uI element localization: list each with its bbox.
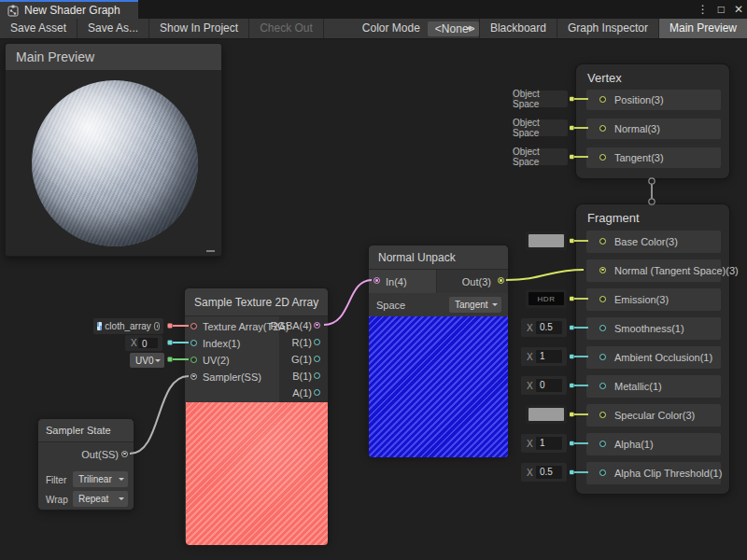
input-port-emission[interactable] bbox=[599, 296, 606, 302]
fragment-row-metallic[interactable]: Metallic(1) bbox=[586, 375, 721, 398]
input-port-index[interactable] bbox=[190, 340, 197, 346]
input-row-index[interactable]: Index(1) bbox=[185, 335, 278, 352]
value-input[interactable]: 1 bbox=[536, 437, 562, 450]
value-input[interactable]: 0.5 bbox=[536, 466, 562, 479]
node-sampler-state[interactable]: Sampler State Out(SS) Filter Trilinear W… bbox=[37, 418, 134, 511]
emission-hdr-swatch[interactable]: HDR bbox=[526, 289, 567, 308]
in-cell[interactable]: In(4) bbox=[369, 270, 437, 293]
output-port-r[interactable] bbox=[314, 339, 320, 345]
kebab-menu-icon[interactable]: ⋮ bbox=[698, 3, 709, 16]
input-port-alpha[interactable] bbox=[599, 441, 606, 447]
input-port-in[interactable] bbox=[374, 277, 380, 284]
value-input[interactable]: 0 bbox=[536, 379, 562, 392]
input-port-base-color[interactable] bbox=[599, 238, 606, 245]
input-row-uv[interactable]: UV(2) bbox=[185, 352, 278, 369]
node-vertex[interactable]: Vertex Position(3) Normal(3) Tangent(3) bbox=[575, 63, 730, 179]
input-port-texture-array[interactable] bbox=[190, 323, 197, 329]
alpha-clip-field[interactable]: X 0.5 bbox=[521, 463, 567, 482]
show-in-project-button[interactable]: Show In Project bbox=[149, 19, 249, 38]
main-preview-button[interactable]: Main Preview bbox=[658, 19, 747, 38]
wire-sampler-state[interactable] bbox=[130, 376, 189, 454]
space-selector-tangent[interactable]: Object Space bbox=[513, 148, 568, 165]
maximize-icon[interactable]: □ bbox=[718, 3, 725, 16]
out-row[interactable]: Out(SS) bbox=[38, 442, 134, 467]
output-row-rgba[interactable]: RGBA(4) bbox=[279, 317, 328, 334]
save-as-button[interactable]: Save As... bbox=[78, 19, 149, 38]
input-port-sampler[interactable] bbox=[190, 373, 197, 380]
space-selector-position[interactable]: Object Space bbox=[513, 91, 568, 107]
output-port-out[interactable] bbox=[498, 277, 504, 284]
index-field[interactable]: X 0 bbox=[125, 335, 162, 351]
output-port-g[interactable] bbox=[314, 356, 320, 362]
output-port-b[interactable] bbox=[314, 372, 320, 379]
tab-title: New Shader Graph bbox=[24, 4, 120, 17]
object-picker-icon[interactable] bbox=[154, 322, 160, 330]
fragment-row-normal-ts[interactable]: Normal (Tangent Space)(3) bbox=[586, 259, 721, 282]
node-title: Normal Unpack bbox=[378, 251, 456, 264]
alpha-field[interactable]: X 1 bbox=[521, 434, 567, 453]
input-port-normal[interactable] bbox=[599, 125, 606, 132]
input-port-smoothness[interactable] bbox=[599, 325, 606, 331]
fragment-row-alpha-clip[interactable]: Alpha Clip Threshold(1) bbox=[586, 462, 721, 484]
metallic-field[interactable]: X 0 bbox=[521, 376, 567, 395]
panel-resize-handle[interactable] bbox=[206, 250, 215, 252]
graph-inspector-button[interactable]: Graph Inspector bbox=[557, 19, 658, 38]
node-title-bar: Sampler State bbox=[38, 419, 134, 442]
vertex-row-normal[interactable]: Normal(3) bbox=[586, 119, 721, 139]
value-input[interactable]: 1 bbox=[536, 350, 562, 363]
output-row-a[interactable]: A(1) bbox=[279, 385, 328, 401]
color-mode-dropdown[interactable]: <None> bbox=[428, 21, 479, 36]
specular-color-swatch[interactable] bbox=[526, 405, 567, 424]
value-input[interactable]: 0.5 bbox=[536, 321, 562, 334]
output-port-rgba[interactable] bbox=[314, 322, 320, 329]
input-row-texture-array[interactable]: Texture Array(T2A) bbox=[185, 318, 278, 335]
port-label: Specular Color(3) bbox=[614, 404, 695, 427]
node-normal-unpack[interactable]: Normal Unpack In(4) Out(3) Space Tangent bbox=[368, 245, 509, 456]
output-row-b[interactable]: B(1) bbox=[279, 368, 328, 385]
output-row-g[interactable]: G(1) bbox=[279, 351, 328, 368]
input-port-uv[interactable] bbox=[190, 357, 197, 363]
input-row-sampler[interactable]: Sampler(SS) bbox=[185, 369, 278, 385]
save-asset-button[interactable]: Save Asset bbox=[0, 19, 78, 38]
wire-out-to-normal[interactable] bbox=[506, 270, 584, 280]
fragment-row-specular-color[interactable]: Specular Color(3) bbox=[586, 404, 721, 427]
wrap-dropdown[interactable]: Repeat bbox=[73, 491, 128, 507]
blackboard-button[interactable]: Blackboard bbox=[479, 19, 557, 38]
texture-asset-name: cloth_array bbox=[105, 321, 150, 331]
output-row-r[interactable]: R(1) bbox=[279, 334, 328, 351]
node-sample-texture-2d-array[interactable]: Sample Texture 2D Array Texture Array(T2… bbox=[184, 287, 329, 544]
space-selector-normal[interactable]: Object Space bbox=[513, 119, 568, 136]
main-preview-panel[interactable]: Main Preview bbox=[5, 43, 222, 257]
ambient-occlusion-field[interactable]: X 1 bbox=[521, 347, 567, 366]
output-port-out-ss[interactable] bbox=[121, 451, 128, 457]
input-port-specular-color[interactable] bbox=[599, 412, 606, 418]
tab-new-shader-graph[interactable]: New Shader Graph bbox=[0, 0, 138, 19]
input-port-normal-ts[interactable] bbox=[599, 267, 606, 273]
filter-dropdown[interactable]: Trilinear bbox=[73, 471, 128, 487]
vertex-row-tangent[interactable]: Tangent(3) bbox=[586, 147, 721, 168]
wire-rgba-to-in[interactable] bbox=[324, 280, 372, 325]
fragment-row-alpha[interactable]: Alpha(1) bbox=[586, 433, 721, 455]
texture-asset-field[interactable]: cloth_array bbox=[93, 318, 163, 334]
input-port-tangent[interactable] bbox=[599, 154, 606, 161]
graph-canvas[interactable]: Vertex Position(3) Normal(3) Tangent(3) … bbox=[0, 39, 747, 560]
smoothness-field[interactable]: X 0.5 bbox=[521, 318, 567, 337]
input-port-position[interactable] bbox=[599, 96, 606, 103]
fragment-row-emission[interactable]: Emission(3) bbox=[586, 288, 721, 311]
input-port-metallic[interactable] bbox=[599, 383, 606, 389]
base-color-swatch[interactable] bbox=[526, 231, 567, 250]
input-port-ambient-occlusion[interactable] bbox=[599, 354, 606, 360]
fragment-row-ambient-occlusion[interactable]: Ambient Occlusion(1) bbox=[586, 346, 721, 369]
vertex-default-dot bbox=[570, 126, 574, 131]
node-fragment[interactable]: Fragment Base Color(3) Normal (Tangent S… bbox=[575, 203, 730, 495]
space-dropdown[interactable]: Tangent bbox=[449, 297, 501, 313]
texture-preview-blue bbox=[369, 316, 508, 457]
close-icon[interactable]: ✕ bbox=[734, 3, 743, 16]
value-input[interactable]: 0 bbox=[138, 338, 158, 348]
fragment-row-base-color[interactable]: Base Color(3) bbox=[586, 231, 721, 253]
input-port-alpha-clip[interactable] bbox=[599, 469, 606, 476]
vertex-row-position[interactable]: Position(3) bbox=[586, 90, 721, 110]
fragment-row-smoothness[interactable]: Smoothness(1) bbox=[586, 317, 721, 340]
output-port-a[interactable] bbox=[314, 389, 320, 396]
uv-channel-dropdown[interactable]: UV0 bbox=[130, 353, 164, 368]
